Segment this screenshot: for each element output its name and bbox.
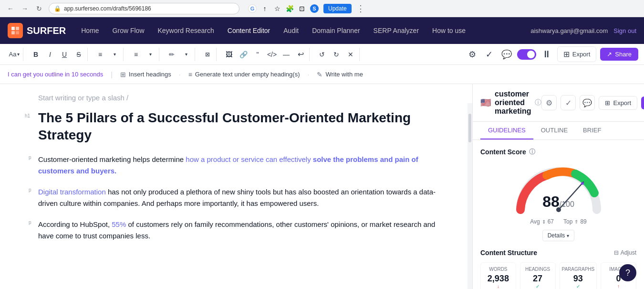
google-icon[interactable]: G <box>248 4 257 13</box>
panel-share-button[interactable]: ↗ Share <box>641 96 644 109</box>
help-bubble[interactable]: ? <box>619 264 636 281</box>
paragraphs-change: ✓ <box>562 284 595 289</box>
update-button[interactable]: Update <box>323 4 352 13</box>
link-determine[interactable]: how a product or service can effectively… <box>38 155 418 175</box>
logo-text: SURFER <box>27 25 66 36</box>
nav-content-editor[interactable]: Content Editor <box>222 24 276 37</box>
details-button[interactable]: Details ▾ <box>542 230 575 241</box>
tab-outline[interactable]: OUTLINE <box>533 122 575 139</box>
tab-guidelines[interactable]: GUIDELINES <box>480 122 533 139</box>
style-chevron[interactable]: ▾ <box>179 48 193 61</box>
nav-domain-planner[interactable]: Domain Planner <box>306 24 365 37</box>
scrollbar-track[interactable] <box>467 103 472 289</box>
image-button[interactable]: 🖼 <box>222 48 236 61</box>
write-with-me-item[interactable]: ✎ Write with me <box>317 71 363 78</box>
comment-button[interactable]: 💬 <box>500 48 513 61</box>
link-55-percent[interactable]: 55% <box>112 220 126 228</box>
main-heading[interactable]: The 5 Pillars of a Successful Customer-O… <box>38 109 444 144</box>
url-bar[interactable]: 🔒 app.surferseo.com/drafts/5696186 <box>49 3 239 14</box>
generate-text-item[interactable]: ≡ Generate text under empty heading(s) <box>188 71 300 78</box>
content-score-info-icon[interactable]: ⓘ <box>529 148 535 156</box>
insert-headings-icon: ⊞ <box>120 71 126 78</box>
style-group: ✏ ▾ <box>163 48 195 61</box>
extensions-icon[interactable]: 🧩 <box>285 4 294 13</box>
link-button[interactable]: 🔗 <box>237 48 250 61</box>
list-button[interactable]: ≡ <box>129 48 143 61</box>
outline-link[interactable]: I can get you outline in 10 seconds <box>8 71 103 78</box>
list-chevron[interactable]: ▾ <box>144 48 157 61</box>
editor-area[interactable]: Start writing or type a slash / h1 The 5… <box>0 84 472 289</box>
toggle-switch[interactable] <box>517 49 536 60</box>
separator2: · <box>179 71 181 78</box>
eraser-button[interactable]: ✕ <box>344 48 357 61</box>
svg-point-6 <box>581 182 584 185</box>
tab-icon[interactable]: ⊡ <box>298 4 306 13</box>
italic-button[interactable]: I <box>43 48 57 61</box>
nav-grow-flow[interactable]: Grow Flow <box>107 24 150 37</box>
link-digital-transformation[interactable]: Digital transformation <box>38 188 106 196</box>
font-size-button[interactable]: Aa ▾ <box>8 48 21 61</box>
p3-text[interactable]: According to HubSpot, 55% of customers r… <box>38 219 444 242</box>
content-score-section: Content Score ⓘ <box>480 148 636 241</box>
words-item: WORDS 2,938 ↓ 2,385–2,742 <box>480 262 516 289</box>
nav-keyword-research[interactable]: Keyword Research <box>152 24 220 37</box>
insert-group: 🖼 🔗 " </> — ↩ <box>220 48 310 61</box>
panel-settings-button[interactable]: ⚙ <box>541 95 557 110</box>
panel-comment-button[interactable]: 💬 <box>580 95 595 110</box>
scrollbar-thumb[interactable] <box>468 114 471 142</box>
account-icon[interactable]: S <box>310 4 319 13</box>
highlight-button[interactable]: ✏ <box>165 48 178 61</box>
share-button[interactable]: ↗ Share <box>600 48 638 61</box>
bookmark-icon[interactable]: ☆ <box>273 4 281 13</box>
pause-button[interactable]: ⏸ <box>540 48 553 61</box>
back-button[interactable]: ← <box>6 4 15 13</box>
undo2-button[interactable]: ↺ <box>315 48 329 61</box>
forward-button[interactable]: → <box>20 4 30 13</box>
details-chevron-icon: ▾ <box>567 233 569 238</box>
refresh-button[interactable]: ↻ <box>34 4 44 13</box>
underline-button[interactable]: U <box>58 48 71 61</box>
clear-format-button[interactable]: ⊠ <box>201 48 214 61</box>
code-button[interactable]: </> <box>265 48 279 61</box>
adjust-button[interactable]: ⊟ Adjust <box>614 249 636 256</box>
logo-area: SURFER <box>8 23 66 38</box>
sign-out-link[interactable]: Sign out <box>613 27 636 34</box>
undo-button[interactable]: ↩ <box>294 48 307 61</box>
check-button[interactable]: ✓ <box>483 48 496 61</box>
p2-text[interactable]: Digital transformation has not only prod… <box>38 186 444 209</box>
nav-how-to-use[interactable]: How to use <box>426 24 471 37</box>
paragraph-1: p Customer-oriented marketing helps dete… <box>38 154 444 177</box>
insert-headings-item[interactable]: ⊞ Insert headings <box>120 71 171 78</box>
minus-button[interactable]: — <box>280 48 293 61</box>
nav-audit[interactable]: Audit <box>278 24 304 37</box>
quote-button[interactable]: " <box>251 48 264 61</box>
svg-rect-3 <box>16 31 19 34</box>
menu-dots[interactable]: ⋮ <box>356 3 365 14</box>
panel-check-button[interactable]: ✓ <box>561 95 576 110</box>
share-icon[interactable]: ↑ <box>260 4 269 13</box>
content-structure-section: Content Structure ⊟ Adjust WORDS 2,938 ↓ <box>480 249 636 289</box>
structure-title: Content Structure <box>480 249 537 257</box>
p1-text[interactable]: Customer-oriented marketing helps determ… <box>38 154 444 177</box>
align-chevron[interactable]: ▾ <box>108 48 121 61</box>
info-icon[interactable]: ⓘ <box>535 98 541 107</box>
nav-serp-analyzer[interactable]: SERP Analyzer <box>368 24 425 37</box>
gauge-wrapper: 88/100 <box>511 162 606 214</box>
top-nav: SURFER Home Grow Flow Keyword Research C… <box>0 17 644 44</box>
structure-grid: WORDS 2,938 ↓ 2,385–2,742 HEADINGS 27 ✓ <box>480 262 636 289</box>
share-icon: ↗ <box>607 51 612 58</box>
settings-button[interactable]: ⚙ <box>466 48 479 61</box>
list-group: ≡ ▾ <box>127 48 159 61</box>
panel-export-button[interactable]: ⊞ Export <box>599 96 637 110</box>
nav-home[interactable]: Home <box>75 24 104 37</box>
export-button[interactable]: ⊞ Export <box>557 46 597 62</box>
top-score: Top ⇑ 89 <box>563 218 587 225</box>
tab-brief[interactable]: BRIEF <box>575 122 609 139</box>
logo-icon <box>8 23 23 38</box>
redo-button[interactable]: ↻ <box>330 48 343 61</box>
strikethrough-button[interactable]: S <box>72 48 85 61</box>
content-structure-header: Content Structure ⊟ Adjust <box>480 249 636 257</box>
toolbar: Aa ▾ B I U S ≡ ▾ ≡ ▾ ✏ ▾ ⊠ 🖼 🔗 " </> — ↩… <box>0 44 644 65</box>
bold-button[interactable]: B <box>29 48 42 61</box>
align-button[interactable]: ≡ <box>93 48 107 61</box>
